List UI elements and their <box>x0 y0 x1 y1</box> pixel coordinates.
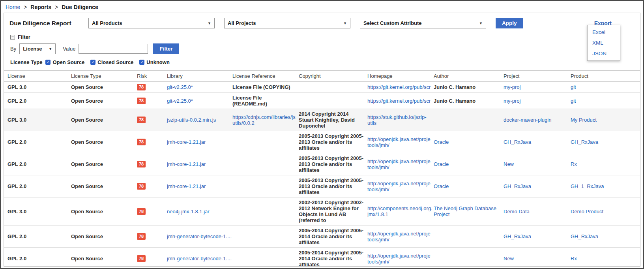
cell-project: New <box>503 153 570 175</box>
cell-homepage: http://openjdk.java.net/proje tools/jmh/ <box>367 175 433 198</box>
cell-homepage-link[interactable]: https://stuk.github.io/jszip-utils <box>367 114 427 126</box>
cell-library-link[interactable]: git-v2.25.0* <box>167 98 193 104</box>
cell-library: git-v2.25.0* <box>166 82 232 93</box>
cell-project: my-proj <box>503 93 570 109</box>
cell-author: The Neo4j Graph Database Project <box>433 198 503 226</box>
cell-homepage-link[interactable]: http://openjdk.java.net/proje tools/jmh/ <box>367 158 431 170</box>
cell-homepage: https://git.kernel.org/pub/scr <box>367 82 433 93</box>
collapse-icon[interactable] <box>10 35 15 40</box>
cell-license-type: Open Source <box>70 226 136 248</box>
cell-author <box>433 248 503 267</box>
cell-homepage: http://openjdk.java.net/proje tools/jmh/ <box>367 226 433 248</box>
breadcrumb-current: Due Diligence <box>62 4 98 10</box>
checkbox-closed-source[interactable]: ✓Closed Source <box>90 59 133 65</box>
checkbox-icon[interactable]: ✓ <box>90 60 95 65</box>
cell-library-link[interactable]: jmh-core-1.21.jar <box>167 161 206 167</box>
cell-product-link[interactable]: Rx <box>571 161 577 167</box>
cell-library-link[interactable]: jmh-generator-bytecode-1.... <box>167 233 232 239</box>
cell-product-link[interactable]: Rx <box>571 256 577 261</box>
cell-license-type: Open Source <box>70 93 136 109</box>
cell-product-link[interactable]: git <box>571 98 576 104</box>
cell-product: GH_RxJava <box>570 226 640 248</box>
products-dropdown[interactable]: All Products ▼ <box>88 18 215 28</box>
cell-library-link[interactable]: jszip-utils-0.0.2.min.js <box>167 117 216 123</box>
cell-library-link[interactable]: jmh-core-1.21.jar <box>167 139 206 145</box>
cell-project: New <box>503 248 570 267</box>
cell-homepage-link[interactable]: https://git.kernel.org/pub/scr <box>367 98 431 104</box>
cell-product-link[interactable]: GH_1_RxJava <box>571 183 604 189</box>
cell-project-link[interactable]: New <box>504 161 514 167</box>
filter-button[interactable]: Filter <box>153 43 179 54</box>
cell-copyright: 2002-2012 Copyright 2002-2012 Network En… <box>298 198 367 226</box>
cell-homepage-link[interactable]: http://openjdk.java.net/proje tools/jmh/ <box>367 136 431 148</box>
export-option-xml[interactable]: XML <box>588 38 620 48</box>
cell-homepage-link[interactable]: http://openjdk.java.net/proje tools/jmh/ <box>367 253 431 265</box>
cell-project-link[interactable]: GH_RxJava <box>504 139 531 145</box>
cell-product-link[interactable]: git <box>571 84 576 90</box>
cell-library-link[interactable]: jmh-core-1.21.jar <box>167 183 206 189</box>
filter-value-input[interactable] <box>79 44 148 54</box>
cell-license: GPL 3.0 <box>4 198 70 226</box>
export-option-excel[interactable]: Excel <box>588 27 620 38</box>
table-row: GPL 3.0Open Source78neo4j-jmx-1.8.1.jar2… <box>4 198 640 226</box>
column-header-license: License <box>4 71 70 82</box>
cell-author-link[interactable]: The Neo4j Graph Database Project <box>434 205 496 217</box>
checkbox-unknown[interactable]: ✓Unknown <box>139 59 170 65</box>
cell-homepage-link[interactable]: http://openjdk.java.net/proje tools/jmh/ <box>367 181 431 192</box>
cell-author-link[interactable]: Oracle <box>434 161 449 167</box>
cell-author-link[interactable]: Oracle <box>434 183 449 189</box>
chevron-down-icon: ▼ <box>479 21 483 25</box>
risk-badge: 78 <box>137 139 146 145</box>
checkbox-icon[interactable]: ✓ <box>139 60 144 65</box>
breadcrumb-home-link[interactable]: Home <box>6 4 20 10</box>
projects-dropdown[interactable]: All Projects ▼ <box>224 18 350 28</box>
cell-homepage-link[interactable]: https://git.kernel.org/pub/scr <box>367 84 431 90</box>
breadcrumb-reports[interactable]: Reports <box>30 4 51 10</box>
cell-homepage-link[interactable]: http://openjdk.java.net/proje tools/jmh/ <box>367 231 431 243</box>
cell-license: GPL 2.0 <box>4 153 70 175</box>
risk-badge: 78 <box>137 161 146 167</box>
cell-project-link[interactable]: GH_RxJava <box>504 233 531 239</box>
cell-homepage: http://openjdk.java.net/proje tools/jmh/ <box>367 153 433 175</box>
export-option-json[interactable]: JSON <box>588 48 620 59</box>
cell-risk: 78 <box>136 82 166 93</box>
cell-author <box>433 109 503 131</box>
custom-attribute-dropdown[interactable]: Select Custom Attribute ▼ <box>360 18 486 28</box>
cell-project: GH_RxJava <box>503 226 570 248</box>
cell-project-link[interactable]: my-proj <box>504 98 520 104</box>
apply-button[interactable]: Apply <box>496 18 523 28</box>
cell-library: jmh-generator-bytecode-1.... <box>166 226 232 248</box>
cell-project-link[interactable]: New <box>504 256 514 261</box>
filter-value-label: Value <box>63 46 75 52</box>
chevron-down-icon: ▼ <box>343 21 347 25</box>
cell-copyright <box>298 82 367 93</box>
cell-project-link[interactable]: Demo Data <box>504 209 530 214</box>
cell-copyright: 2005-2013 Copyright 2005-2013 Oracle and… <box>298 153 367 175</box>
cell-library-link[interactable]: neo4j-jmx-1.8.1.jar <box>167 209 210 214</box>
cell-product-link[interactable]: Demo Product <box>571 209 603 214</box>
filter-by-dropdown-value: License <box>23 46 42 52</box>
cell-author-link[interactable]: Oracle <box>434 139 449 145</box>
cell-license-reference <box>232 198 298 226</box>
checkbox-icon[interactable]: ✓ <box>45 60 51 65</box>
cell-project-link[interactable]: GH_RxJava <box>504 183 531 189</box>
filter-by-dropdown[interactable]: License ▼ <box>19 43 56 54</box>
cell-project-link[interactable]: my-proj <box>504 84 520 90</box>
cell-license: GPL 2.0 <box>4 93 70 109</box>
cell-license-type: Open Source <box>70 109 136 131</box>
risk-badge: 78 <box>137 84 146 90</box>
cell-project: Demo Data <box>503 198 570 226</box>
cell-product-link[interactable]: GH_RxJava <box>571 233 598 239</box>
checkbox-open-source[interactable]: ✓Open Source <box>45 59 84 65</box>
cell-library-link[interactable]: jmh-generator-bytecode-1.... <box>167 256 232 261</box>
column-header-homepage: Homepage <box>367 71 433 82</box>
cell-project: my-proj <box>503 82 570 93</box>
cell-license-reference-link[interactable]: https://cdnjs.com/libraries/js utils/0.0… <box>232 114 296 126</box>
cell-author: Oracle <box>433 131 503 153</box>
table-row: GPL 2.0Open Source78jmh-core-1.21.jar200… <box>4 175 640 198</box>
cell-product-link[interactable]: GH_RxJava <box>571 139 598 145</box>
cell-homepage-link[interactable]: http://components.neo4j.org. jmx/1.8.1 <box>367 205 432 217</box>
cell-product-link[interactable]: My Product <box>571 117 597 123</box>
cell-project-link[interactable]: docker-maven-plugin <box>504 117 551 123</box>
cell-library-link[interactable]: git-v2.25.0* <box>167 84 193 90</box>
